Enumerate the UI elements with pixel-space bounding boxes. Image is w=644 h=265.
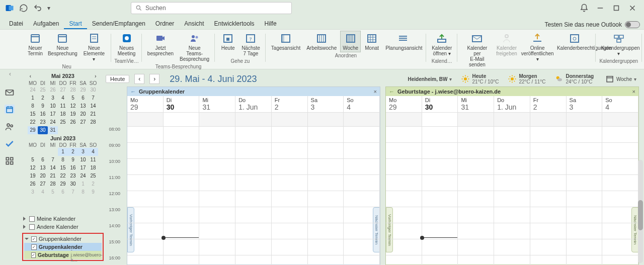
- prev-week-button[interactable]: ‹: [134, 74, 144, 84]
- datepicker-day[interactable]: 13: [38, 164, 48, 172]
- datepicker-day[interactable]: 10: [48, 102, 58, 110]
- ribbon-jetzt-besprechen[interactable]: Jetztbesprechen: [145, 31, 176, 63]
- date-picker[interactable]: ‹ Mai 2023 › MODIMIDOFRSASO 242526272829…: [21, 71, 105, 196]
- datepicker-day[interactable]: 9: [68, 156, 78, 164]
- datepicker-day[interactable]: 4: [58, 94, 68, 102]
- calendar-item-geburtstage[interactable]: Geburtstage - j.wiese@buero-k…: [24, 251, 102, 259]
- time-slot-column[interactable]: [386, 127, 422, 265]
- mail-icon[interactable]: [5, 87, 15, 97]
- day-header[interactable]: Mi31: [458, 96, 494, 112]
- group-calendars-checkbox[interactable]: [31, 236, 37, 242]
- other-calendars-checkbox[interactable]: [29, 224, 35, 230]
- menu-ordner[interactable]: Ordner: [150, 18, 179, 29]
- minimize-button[interactable]: [596, 4, 605, 13]
- time-slot-column[interactable]: [272, 127, 308, 265]
- datepicker-day[interactable]: 19: [68, 110, 78, 118]
- my-calendars-group[interactable]: Meine Kalender: [22, 215, 104, 223]
- refresh-icon[interactable]: [19, 4, 28, 13]
- datepicker-day[interactable]: 5: [48, 188, 58, 196]
- vertical-scrollbar[interactable]: [638, 160, 643, 263]
- pane2-close-icon[interactable]: ×: [632, 89, 635, 95]
- datepicker-day[interactable]: 6: [58, 188, 68, 196]
- close-button[interactable]: [628, 4, 637, 13]
- datepicker-day[interactable]: 30: [38, 126, 48, 134]
- datepicker-day[interactable]: 9: [38, 102, 48, 110]
- datepicker-day[interactable]: 3: [28, 188, 38, 196]
- datepicker-day[interactable]: 27: [78, 118, 88, 126]
- datepicker-day[interactable]: 2: [88, 180, 98, 188]
- datepicker-day[interactable]: 7: [48, 156, 58, 164]
- time-slot-column[interactable]: [164, 127, 200, 265]
- menu-aufgaben[interactable]: Aufgaben: [28, 18, 64, 29]
- datepicker-day[interactable]: 15: [28, 110, 38, 118]
- datepicker-day[interactable]: 12: [68, 102, 78, 110]
- tasks-icon[interactable]: [5, 139, 15, 148]
- location-picker[interactable]: Heidenheim, BW ▾: [408, 76, 452, 82]
- datepicker-day[interactable]: 17: [78, 164, 88, 172]
- datepicker-day[interactable]: 28: [88, 118, 98, 126]
- datepicker-day[interactable]: 22: [28, 118, 38, 126]
- datepicker-day[interactable]: 7: [68, 188, 78, 196]
- datepicker-day[interactable]: 16: [68, 164, 78, 172]
- day-header[interactable]: Do1. Jun: [235, 96, 272, 112]
- datepicker-day[interactable]: 31: [48, 126, 58, 134]
- datepicker-day[interactable]: 21: [48, 172, 58, 180]
- ribbon-kalenderberechtigungen[interactable]: Kalenderberechtigungen: [556, 31, 593, 69]
- other-calendars-group[interactable]: Andere Kalender: [22, 223, 104, 231]
- datepicker-day[interactable]: 13: [78, 102, 88, 110]
- time-slot-column[interactable]: [458, 127, 494, 265]
- ribbon-tagesansicht[interactable]: Tagesansicht: [269, 31, 303, 52]
- calendar-icon[interactable]: [5, 105, 15, 114]
- datepicker-day[interactable]: 24: [48, 118, 58, 126]
- datepicker-day[interactable]: 18: [88, 164, 98, 172]
- search-input[interactable]: Suchen: [131, 2, 292, 14]
- datepicker-day[interactable]: 1: [58, 148, 68, 156]
- datepicker-day[interactable]: 4: [88, 148, 98, 156]
- ribbon-kalender-ffnen-[interactable]: Kalenderöffnen ▾: [429, 31, 454, 58]
- day-header[interactable]: Mi31: [199, 96, 235, 112]
- time-slot-column[interactable]: [567, 127, 603, 265]
- day-header[interactable]: Sa3: [308, 96, 344, 112]
- time-slot-column[interactable]: [127, 127, 164, 265]
- ribbon-planungsansicht[interactable]: Planungsansicht: [383, 31, 423, 52]
- geburtstage-checkbox[interactable]: [31, 252, 36, 258]
- ribbon-heute[interactable]: Heute: [218, 31, 238, 58]
- time-slot-column[interactable]: [530, 127, 567, 265]
- datepicker-day[interactable]: 12: [28, 164, 38, 172]
- menu-hilfe[interactable]: Hilfe: [260, 18, 282, 29]
- datepicker-day[interactable]: 17: [48, 110, 58, 118]
- datepicker-day[interactable]: 20: [78, 110, 88, 118]
- datepicker-day[interactable]: 8: [58, 156, 68, 164]
- time-slot-column[interactable]: [422, 127, 458, 265]
- datepicker-day[interactable]: 25: [58, 118, 68, 126]
- maximize-button[interactable]: [612, 4, 621, 13]
- ribbon-neue-elemente-[interactable]: NeueElemente ▾: [80, 31, 108, 63]
- datepicker-day[interactable]: 21: [88, 110, 98, 118]
- menu-ansicht[interactable]: Ansicht: [179, 18, 209, 29]
- datepicker-day[interactable]: 26: [28, 180, 38, 188]
- datepicker-day[interactable]: 15: [58, 164, 68, 172]
- datepicker-day[interactable]: 5: [68, 94, 78, 102]
- datepicker-day[interactable]: 7: [88, 94, 98, 102]
- datepicker-day[interactable]: 6: [38, 156, 48, 164]
- datepicker-day[interactable]: 11: [58, 102, 68, 110]
- datepicker-day[interactable]: 9: [88, 188, 98, 196]
- datepicker-day[interactable]: 18: [58, 110, 68, 118]
- datepicker-day[interactable]: 23: [38, 118, 48, 126]
- next-week-button[interactable]: ›: [149, 74, 159, 84]
- datepicker-day[interactable]: 14: [48, 164, 58, 172]
- new-outlook-toggle[interactable]: [625, 21, 640, 28]
- ribbon-neues-meeting[interactable]: NeuesMeeting: [115, 31, 138, 58]
- datepicker-day[interactable]: 1: [28, 94, 38, 102]
- time-slot-column[interactable]: [235, 127, 272, 265]
- day-header[interactable]: Mo29: [386, 96, 422, 112]
- datepicker-day[interactable]: 1: [78, 180, 88, 188]
- datepicker-day[interactable]: 2: [38, 94, 48, 102]
- menu-entwicklertools[interactable]: Entwicklertools: [209, 18, 260, 29]
- day-header[interactable]: Fr2: [272, 96, 308, 112]
- day-header[interactable]: Mo29: [127, 96, 164, 112]
- datepicker-day[interactable]: 8: [78, 188, 88, 196]
- ribbon-neuer-termin[interactable]: NeuerTermin: [25, 31, 45, 63]
- datepicker-day[interactable]: 14: [88, 102, 98, 110]
- datepicker-day[interactable]: 19: [28, 172, 38, 180]
